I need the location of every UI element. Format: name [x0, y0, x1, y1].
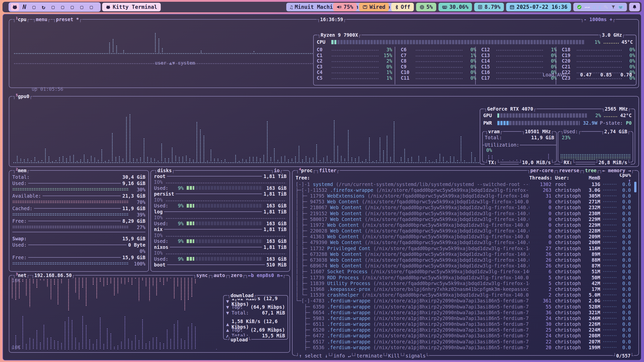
threads-column-header[interactable]: Threads:	[529, 175, 551, 180]
graph-column	[189, 158, 191, 162]
phone-tray-icon[interactable]: ▯	[598, 5, 601, 10]
workspace-kitty[interactable]	[11, 3, 19, 11]
clock-module[interactable]: 2025-07-22 16:36	[506, 3, 571, 11]
network-module[interactable]: Wired	[359, 3, 389, 11]
keyboard-tray-icon[interactable]	[618, 5, 623, 9]
process-row[interactable]: │ ├─ 11607 Socket Process (/nix/store/fq…	[296, 269, 631, 275]
mem-column-header[interactable]: MemB	[584, 175, 600, 180]
process-args: (/nix/store/fqadd0bprwc5yw5k99xajbdqd1dz…	[362, 257, 529, 263]
workspace-nix[interactable]: N	[20, 3, 29, 11]
window-title: Kitty Terminal	[102, 3, 161, 11]
net-options[interactable]: ┐sync┌┐auto┌┐zero┌┐←b enp8s0 n→┌	[193, 272, 286, 279]
cpu-module[interactable]: 5%	[416, 3, 436, 11]
kill-key[interactable]: Kill	[388, 353, 400, 358]
disk-module[interactable]: 8.79%	[474, 3, 504, 11]
zero-option[interactable]: zero	[231, 273, 243, 278]
process-row[interactable]: ├─ 6654 .ferdium-wrappe (/nix/store/a1pj…	[296, 309, 631, 315]
io-mode-button[interactable]: ┐io┌	[270, 167, 283, 174]
process-row[interactable]: ├─ 6350 .ferdium-wrappe (/nix/store/a1pj…	[296, 304, 631, 309]
reverse-option[interactable]: reverse	[559, 168, 579, 173]
tree-column-header[interactable]: Tree:	[296, 175, 529, 180]
workspace-8[interactable]: ▢	[77, 3, 86, 11]
process-row[interactable]: │ ├─ 11972 Web Content (/nix/store/fqadd…	[296, 222, 631, 228]
memory-sort-option[interactable]: ← memory →	[602, 168, 631, 173]
process-row[interactable]: │ ├─ 479390 Web Content (/nix/store/fqad…	[296, 240, 631, 245]
speaker-icon	[337, 5, 342, 9]
graph-column	[273, 148, 275, 162]
funnel-tray-icon[interactable]	[611, 5, 616, 9]
update-interval-control[interactable]: ┐- 1000ms +┌	[580, 16, 616, 23]
process-row[interactable]: │ ├─ 580017 Web Content (/nix/store/fqad…	[296, 216, 631, 222]
disk-used-row: Used:9%163 GiB	[154, 185, 287, 191]
process-row[interactable]: [-]-1 systemd (/run/current-system/syste…	[296, 181, 631, 187]
workspace-3[interactable]: ▢	[30, 3, 38, 11]
workspace-9[interactable]: ▢	[87, 3, 96, 11]
bell-icon	[632, 5, 637, 10]
menu-button[interactable]: ┐menu┌	[32, 16, 51, 23]
process-row[interactable]: ├─ 6517 .ferdium-wrappe (/nix/store/a1pj…	[296, 339, 631, 344]
window-tray-icon[interactable]: ▢	[593, 5, 595, 10]
preset-button[interactable]: ┐preset *┌	[53, 16, 82, 23]
gpu-box-title[interactable]: ┐5gpu0┌	[12, 93, 33, 100]
key-tray-icon[interactable]	[604, 5, 608, 9]
volume-module[interactable]: 75%	[333, 3, 357, 11]
graph-column	[85, 278, 87, 306]
process-row[interactable]: │ ├─ 11968 .keepassxc-prox (/nix/store/b…	[296, 286, 631, 292]
auto-option[interactable]: auto	[214, 273, 225, 278]
memory-module[interactable]: 30.06%	[438, 3, 472, 11]
mem-box-title[interactable]: ┐2mem┌	[12, 167, 30, 174]
checkmark-tray-icon[interactable]	[577, 5, 582, 10]
filter-button[interactable]: ┐filter┌	[316, 167, 340, 174]
proc-box-title[interactable]: ┐4proc┌	[296, 167, 316, 174]
mustache-tray-icon[interactable]: ∽∽	[585, 5, 590, 10]
workspace-browser[interactable]: ↻	[39, 3, 48, 11]
tree-option[interactable]: tree	[585, 168, 597, 173]
process-row[interactable]: ├─[-]-11532 .firefox-wrappe (/nix/store/…	[296, 187, 631, 193]
process-row[interactable]: ├─ 5983 .ferdium-wrappe (/nix/store/a1pj…	[296, 315, 631, 321]
process-row[interactable]: │ ├─ 673038 Web Content (/nix/store/fqad…	[296, 257, 631, 263]
process-row[interactable]: └─[-]-4783 .ferdium-wrappe (/nix/store/a…	[296, 298, 631, 304]
process-row[interactable]: │ ├─ 11739 RDD Process (/nix/store/fqadd…	[296, 275, 631, 280]
process-row[interactable]: │ ├─ 218067 Web Content (/nix/store/fqad…	[296, 205, 631, 210]
mem-stat-label-row: Cached:11,9 GiB	[12, 205, 145, 211]
process-row[interactable]: │ ├─ 11732 Privileged Cont (/nix/store/f…	[296, 245, 631, 251]
process-row[interactable]: │ ├─ 11795 WebExtensions (/nix/store/fqa…	[296, 193, 631, 199]
user-column-header[interactable]: User:	[551, 175, 584, 180]
cpu-box-title[interactable]: ┐1cpu┌	[12, 16, 30, 23]
proc-scrollbar-thumb[interactable]	[634, 182, 636, 192]
process-row[interactable]: ├─ 6520 .ferdium-wrappe (/nix/store/a1pj…	[296, 327, 631, 333]
process-cpu-graph	[603, 259, 617, 261]
per-core-option[interactable]: per-core	[530, 168, 553, 173]
disks-box-title[interactable]: ┐disks┌	[154, 167, 175, 174]
net-box-title[interactable]: ┐3net┌	[12, 272, 30, 279]
process-mem: 42M	[584, 281, 600, 286]
workspace-7[interactable]: ▢	[68, 3, 76, 11]
info-key[interactable]: info ↵	[334, 353, 351, 358]
core-row: C115%	[317, 53, 392, 58]
disk-used-label: Used:	[154, 256, 174, 262]
process-row[interactable]: │ ├─ 673288 Web Content (/nix/store/fqad…	[296, 251, 631, 257]
graph-column	[34, 157, 36, 162]
signals-key[interactable]: signals	[406, 353, 426, 358]
terminate-key[interactable]: terminate	[356, 353, 382, 358]
interface-switcher[interactable]: ←b enp8s0 n→	[248, 273, 283, 278]
process-row[interactable]: │ ├─ 94753 Web Content (/nix/store/fqadd…	[296, 199, 631, 205]
process-row[interactable]: │ ├─ 219152 Web Content (/nix/store/fqad…	[296, 210, 631, 216]
disk-used-label: Used:	[154, 185, 174, 191]
process-row[interactable]: ├─ 6536 .ferdium-wrappe (/nix/store/a1pj…	[296, 344, 631, 350]
process-row[interactable]: │ ├─ 220028 Web Content (/nix/store/fqad…	[296, 228, 631, 234]
process-row[interactable]: │ ├─ 41363 Web Content (/nix/store/fqadd…	[296, 234, 631, 240]
process-row[interactable]: │ └─ 11539 crashhelper (/nix/store/fqadd…	[296, 292, 631, 298]
process-row[interactable]: │ ├─ 689674 Web Content (/nix/store/fqad…	[296, 263, 631, 269]
process-row[interactable]: │ ├─ 11839 Utility Process (/nix/store/f…	[296, 280, 631, 286]
sync-option[interactable]: sync	[196, 273, 208, 278]
process-row[interactable]: ├─ 6511 .ferdium-wrappe (/nix/store/a1pj…	[296, 321, 631, 327]
bluetooth-module[interactable]: Off	[391, 3, 414, 11]
process-row[interactable]: ├─ 6472 .ferdium-wrappe (/nix/store/a1pj…	[296, 333, 631, 339]
graph-column	[203, 135, 205, 162]
select-keys[interactable]: ↑ select ↓	[299, 353, 328, 358]
workspace-5[interactable]: ▢	[49, 3, 57, 11]
workspace-6[interactable]: ▢	[58, 3, 67, 11]
notifications-module[interactable]	[629, 3, 640, 11]
graph-column	[288, 159, 289, 162]
